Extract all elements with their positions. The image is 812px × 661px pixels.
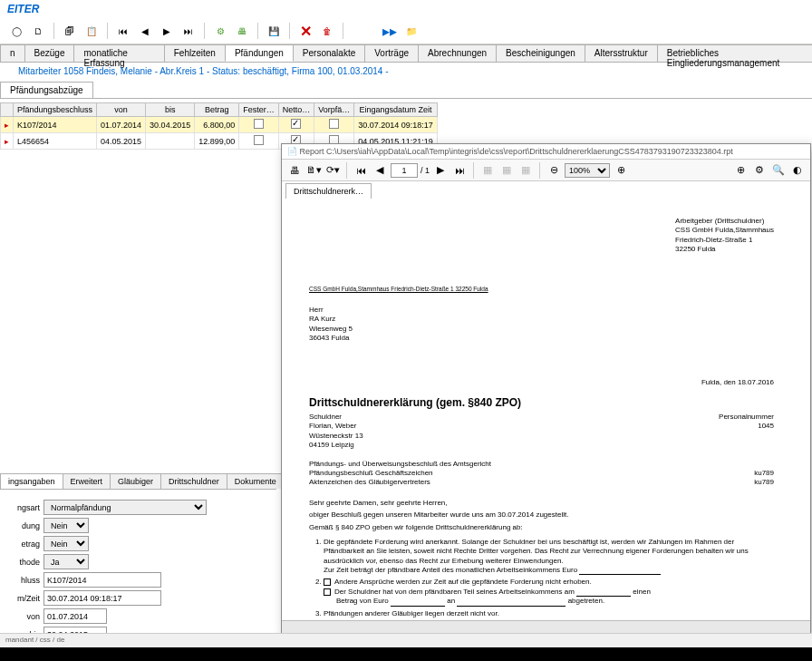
employer-address: Arbeitgeber (Drittschuldner)CSS GmbH Ful…: [675, 217, 774, 255]
next-icon[interactable]: ▶: [158, 22, 176, 40]
new-icon[interactable]: ◯: [7, 22, 25, 40]
label-etrag: etrag: [5, 539, 44, 549]
report-content: Arbeitgeber (Drittschuldner)CSS GmbH Ful…: [282, 199, 810, 618]
col-header[interactable]: Eingangsdatum Zeit: [354, 103, 438, 117]
label-dung: dung: [5, 521, 44, 530]
label-hluss: hluss: [5, 576, 44, 585]
report-window: 📄 Report C:\Users\iah\AppData\Local\Temp…: [281, 143, 811, 637]
main-tab-1[interactable]: Bezüge: [24, 44, 75, 62]
rpt-last-icon[interactable]: ⏭: [451, 162, 468, 179]
col-header[interactable]: Vorpfä…: [314, 103, 354, 117]
subtabs: Pfändungsabzüge: [0, 82, 812, 99]
rpt-gear-icon[interactable]: ⚙: [751, 162, 768, 179]
recipient-address: HerrRA KurzWiesenweg 536043 Fulda: [309, 306, 353, 344]
rpt-layout1-icon[interactable]: ▦: [479, 162, 496, 179]
rpt-prev-icon[interactable]: ◀: [372, 162, 388, 179]
save-icon[interactable]: 💾: [265, 22, 283, 40]
main-tab-6[interactable]: Vorträge: [364, 44, 419, 62]
col-header[interactable]: von: [97, 103, 146, 117]
main-tab-3[interactable]: Fehlzeiten: [164, 44, 226, 62]
rpt-first-icon[interactable]: ⏮: [353, 162, 369, 179]
folder-icon[interactable]: 📁: [402, 22, 420, 40]
form-tab-2[interactable]: Gläubiger: [110, 473, 161, 489]
form-tab-3[interactable]: Drittschuldner: [160, 473, 227, 489]
rpt-info-icon[interactable]: ◐: [789, 162, 806, 179]
report-body: SchuldnerPersonalnummer Florian, Weber10…: [309, 413, 774, 618]
copy-icon[interactable]: 🗐: [61, 22, 79, 40]
form-tab-1[interactable]: Erweitert: [63, 473, 111, 489]
input-hluss[interactable]: [44, 572, 161, 588]
label-von: von: [5, 612, 44, 621]
rpt-export-icon[interactable]: 🗎▾: [305, 162, 322, 179]
forward-icon[interactable]: ▸▸: [381, 22, 399, 40]
rpt-zoomin-icon[interactable]: ⊕: [613, 162, 629, 179]
table-row[interactable]: ▸K107/201401.07.201430.04.20156.800,0030…: [1, 117, 438, 133]
gear-icon[interactable]: ⚙: [211, 22, 229, 40]
subtab-pfaendungsabzuege[interactable]: Pfändungsabzüge: [0, 82, 93, 98]
main-tab-4[interactable]: Pfändungen: [225, 44, 294, 62]
col-header[interactable]: Pfändungsbeschluss: [14, 103, 97, 117]
main-tab-0[interactable]: n: [0, 44, 25, 62]
input-von[interactable]: [44, 608, 107, 624]
select-thode[interactable]: Ja: [44, 554, 89, 569]
main-tab-8[interactable]: Bescheinigungen: [496, 44, 585, 62]
col-header[interactable]: Fester…: [239, 103, 279, 117]
main-tabs: nBezügemonatliche ErfassungFehlzeitenPfä…: [0, 44, 812, 63]
rpt-zoomout-icon[interactable]: ⊖: [546, 162, 562, 179]
report-tab[interactable]: Drittschuldnererk…: [285, 183, 372, 199]
select-ngsart[interactable]: Normalpfändung: [44, 500, 207, 515]
report-date: Fulda, den 18.07.2016: [701, 378, 774, 387]
first-icon[interactable]: ⏮: [114, 22, 132, 40]
report-heading: Drittschuldnererklärung (gem. §840 ZPO): [309, 396, 521, 411]
main-toolbar: ◯ 🗋 🗐 📋 ⏮ ◀ ▶ ⏭ ⚙ 🖶 💾 ✕ 🗑 ▸▸ 📁: [0, 18, 812, 44]
report-toolbar: 🖶 🗎▾ ⟳▾ ⏮ ◀ / 1 ▶ ⏭ ▦ ▦ ▦ ⊖ 100% ⊕ ⊕ ⚙ 🔍…: [282, 160, 810, 181]
app-title: EITER: [0, 0, 812, 18]
label-ngsart: ngsart: [5, 503, 44, 512]
main-tab-9[interactable]: Altersstruktur: [585, 44, 658, 62]
select-dung[interactable]: Nein: [44, 518, 89, 533]
sender-address: CSS GmbH Fulda,Stammhaus Friedrich-Dietz…: [309, 286, 488, 293]
delete-icon[interactable]: 🗑: [318, 22, 336, 40]
print-icon[interactable]: 🖶: [233, 22, 251, 40]
select-etrag[interactable]: Nein: [44, 536, 89, 551]
main-tab-2[interactable]: monatliche Erfassung: [73, 44, 164, 62]
document-icon[interactable]: 🗋: [29, 22, 47, 40]
rpt-zoom-select[interactable]: 100%: [565, 163, 610, 178]
report-title: 📄 Report C:\Users\iah\AppData\Local\Temp…: [282, 144, 810, 160]
label-mzeit: m/Zeit: [5, 594, 44, 603]
rpt-target-icon[interactable]: ⊕: [732, 162, 749, 179]
main-tab-10[interactable]: Betriebliches Eingliederungsmanagement: [657, 44, 812, 62]
input-mzeit[interactable]: [44, 590, 161, 606]
main-tab-5[interactable]: Personalakte: [293, 44, 365, 62]
prev-icon[interactable]: ◀: [136, 22, 154, 40]
rpt-layout2-icon[interactable]: ▦: [498, 162, 515, 179]
last-icon[interactable]: ⏭: [179, 22, 198, 40]
rpt-print-icon[interactable]: 🖶: [286, 162, 303, 179]
rpt-search-icon[interactable]: 🔍: [770, 162, 787, 179]
form-tab-4[interactable]: Dokumente: [227, 473, 285, 489]
col-header[interactable]: Betrag: [195, 103, 239, 117]
form-tab-0[interactable]: ingsangaben: [0, 473, 63, 489]
rpt-refresh-icon[interactable]: ⟳▾: [324, 162, 341, 179]
rpt-page-total: / 1: [420, 166, 430, 175]
main-tab-7[interactable]: Abrechnungen: [418, 44, 497, 62]
footer-status: mandant / css / de: [0, 633, 812, 647]
close-icon[interactable]: ✕: [296, 22, 314, 40]
rpt-next-icon[interactable]: ▶: [432, 162, 449, 179]
paste-icon[interactable]: 📋: [82, 22, 101, 40]
label-thode: thode: [5, 558, 44, 567]
col-header[interactable]: Netto…: [278, 103, 314, 117]
col-header[interactable]: bis: [146, 103, 195, 117]
rpt-page-input[interactable]: [391, 163, 418, 178]
rpt-layout3-icon[interactable]: ▦: [517, 162, 534, 179]
